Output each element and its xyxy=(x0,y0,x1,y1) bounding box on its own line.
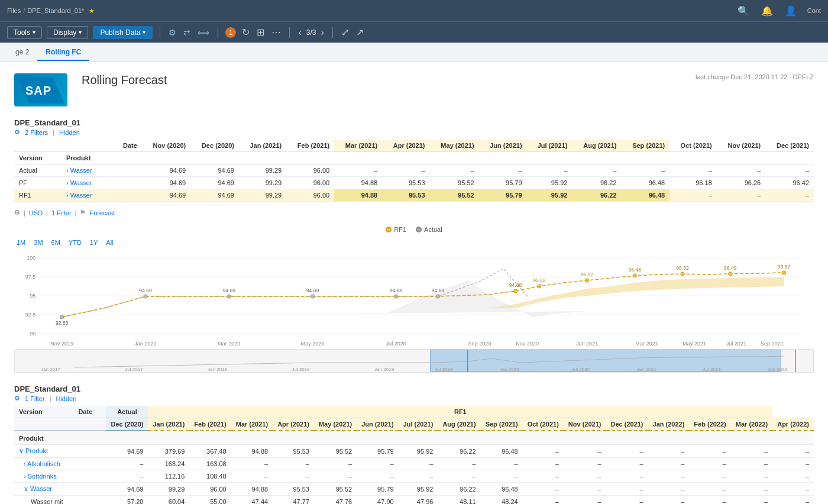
display-button[interactable]: Display ▾ xyxy=(47,26,88,39)
col2-date: Date xyxy=(73,406,106,418)
svg-text:95.92: 95.92 xyxy=(581,272,594,277)
td-wassermit-feb2021: 55.00 xyxy=(189,496,231,505)
col-produkt xyxy=(62,140,115,152)
filter-link-1filter[interactable]: 1 Filter xyxy=(51,209,72,217)
td-produkt-sep2021: 96.48 xyxy=(481,445,523,458)
svg-text:Jan 2017: Jan 2017 xyxy=(41,367,61,372)
time-btn-1y[interactable]: 1Y xyxy=(88,238,100,247)
td-produkt-jun2021: 95.79 xyxy=(357,445,398,458)
prev-page-button[interactable]: ‹ xyxy=(297,26,302,39)
tab-page2[interactable]: ge 2 xyxy=(7,44,37,61)
filter-settings-icon[interactable]: ⚙ xyxy=(14,209,20,217)
td-wasser-oct2021: – xyxy=(523,483,564,496)
chart-section: RF1 Actual 1M 3M 6M YTD 1Y All xyxy=(14,226,814,373)
tools-button[interactable]: Tools ▾ xyxy=(7,26,42,39)
td-wassermit-jan2021: 60.04 xyxy=(148,496,189,505)
breadcrumb-files[interactable]: Files xyxy=(7,7,21,14)
chart-scrollbar[interactable]: Jan 2017 Jul 2017 Jan 2018 Jul 2018 Jan … xyxy=(14,349,814,373)
expand-icon-button[interactable]: ⊞ xyxy=(255,25,266,39)
label-wasser-collapse[interactable]: ∨ Wasser xyxy=(14,483,73,496)
legend-dot-actual xyxy=(416,227,422,232)
time-btn-ytd[interactable]: YTD xyxy=(66,238,84,247)
time-btn-1m[interactable]: 1M xyxy=(14,238,28,247)
filter-link-usd[interactable]: USD xyxy=(29,209,43,217)
td-pf-may2021: 95.52 xyxy=(430,177,479,189)
td-rf1-dec2021: – xyxy=(765,189,814,202)
svg-text:95: 95 xyxy=(30,293,35,299)
td-produkt-aug2021: 96.22 xyxy=(438,445,480,458)
filter-sep-1: | xyxy=(53,129,54,136)
svg-text:Jan 2021: Jan 2021 xyxy=(636,367,656,372)
top-toolbar: Files / DPE_Standard_01* ★ 🔍 🔔 👤 Cont xyxy=(0,0,828,21)
filter-link-count[interactable]: 2 Filters xyxy=(25,129,48,136)
breadcrumb-filename[interactable]: DPE_Standard_01* xyxy=(27,7,84,14)
label-produkt-collapse[interactable]: ∨ Produkt xyxy=(14,445,73,458)
label-softdrinks-expand[interactable]: › Softdrinks xyxy=(14,470,73,483)
table1-subheader-row: Version Produkt xyxy=(14,152,814,164)
share-icon-button[interactable]: ↗ xyxy=(355,25,365,39)
move-icon-button[interactable]: ⇄ xyxy=(182,27,192,38)
col2-produkt-label xyxy=(14,418,73,431)
table2-group-header: Version Date Actual RF1 xyxy=(14,406,814,418)
td-produkt-nov2021: – xyxy=(564,445,606,458)
subheader-empty xyxy=(115,152,814,164)
filter-sep-2: | xyxy=(50,395,51,402)
td-empty-rf1 xyxy=(115,189,142,202)
td-soft-mar2021: – xyxy=(231,470,273,483)
svg-point-23 xyxy=(394,295,398,298)
toolbar-divider-3 xyxy=(289,27,290,38)
td-alk-sep2021: – xyxy=(481,458,523,470)
info-icon-button[interactable]: 1 xyxy=(225,27,236,38)
user-icon-button[interactable]: 👤 xyxy=(784,4,798,18)
breadcrumb: Files / DPE_Standard_01* ★ xyxy=(7,7,95,15)
col-oct2021: Oct (2021) xyxy=(669,140,717,152)
td-wasser-jan2022: – xyxy=(648,483,690,496)
td-alk-may2021: – xyxy=(314,458,357,470)
col2-mar2021: Mar (2021) xyxy=(231,418,273,431)
td-wassermit-dec2021: – xyxy=(606,496,648,505)
svg-text:Jan 2022: Jan 2022 xyxy=(768,367,788,372)
table2-date-header: Dec (2020) Jan (2021) Feb (2021) Mar (20… xyxy=(14,418,814,431)
filter-sep-dot: | xyxy=(46,209,48,217)
td-produkt-may2021: 95.52 xyxy=(314,445,357,458)
search-icon-button[interactable]: 🔍 xyxy=(736,4,751,18)
time-btn-6m[interactable]: 6M xyxy=(49,238,63,247)
td-alk-feb2021: 163.08 xyxy=(189,458,231,470)
filter-link-count2[interactable]: 1 Filter xyxy=(25,395,45,402)
td-wasser-jun2021: 95.79 xyxy=(357,483,398,496)
menu-icon-button[interactable]: ⋯ xyxy=(270,25,282,39)
td-pf-mar2021: 94.88 xyxy=(334,177,382,189)
svg-text:SAP: SAP xyxy=(25,84,51,97)
time-btn-3m[interactable]: 3M xyxy=(31,238,45,247)
filter-link-hidden2[interactable]: Hidden xyxy=(56,395,76,402)
fullscreen-icon-button[interactable]: ⤢ xyxy=(340,25,350,39)
filter-link-forecast[interactable]: Forecast xyxy=(89,209,115,217)
filter-link-hidden[interactable]: Hidden xyxy=(59,129,80,136)
col2-apr2022: Apr (2022) xyxy=(772,418,814,431)
col2-feb2022: Feb (2022) xyxy=(689,418,730,431)
time-buttons: 1M 3M 6M YTD 1Y All xyxy=(14,238,814,247)
filter-icon-button[interactable]: ⚙ xyxy=(167,27,177,38)
adjust-icon-button[interactable]: ⟺ xyxy=(196,27,211,38)
publish-button[interactable]: Publish Data ▾ xyxy=(93,26,153,39)
td-pf-nov2020: 94.69 xyxy=(142,177,190,189)
star-icon[interactable]: ★ xyxy=(89,7,95,15)
produkt-rf1: › Wasser xyxy=(62,189,115,202)
next-page-button[interactable]: › xyxy=(319,26,325,39)
notification-icon-button[interactable]: 🔔 xyxy=(760,4,774,18)
refresh-icon-button[interactable]: ↻ xyxy=(241,25,251,39)
td-rf1-jan2021: 99.29 xyxy=(239,189,286,202)
tab-bar: ge 2 Rolling FC xyxy=(0,43,828,62)
td-actual-jun2021: – xyxy=(479,164,527,177)
td-produkt-mar2022: – xyxy=(731,445,772,458)
table2-produkt-header: Produkt xyxy=(14,431,814,445)
td-actual-may2021: – xyxy=(430,164,479,177)
table2-row-softdrinks: › Softdrinks – 112.16 108.40 – – – – – –… xyxy=(14,470,814,483)
label-alkohol-expand[interactable]: › Alkoholisch xyxy=(14,458,73,470)
td-empty-pf xyxy=(115,177,142,189)
col2-jan2021: Jan (2021) xyxy=(148,418,189,431)
td-soft-feb2021: 108.40 xyxy=(189,470,231,483)
filter-sep-pipe: | xyxy=(24,209,25,217)
tab-rolling-fc[interactable]: Rolling FC xyxy=(37,44,89,61)
time-btn-all[interactable]: All xyxy=(104,238,115,247)
